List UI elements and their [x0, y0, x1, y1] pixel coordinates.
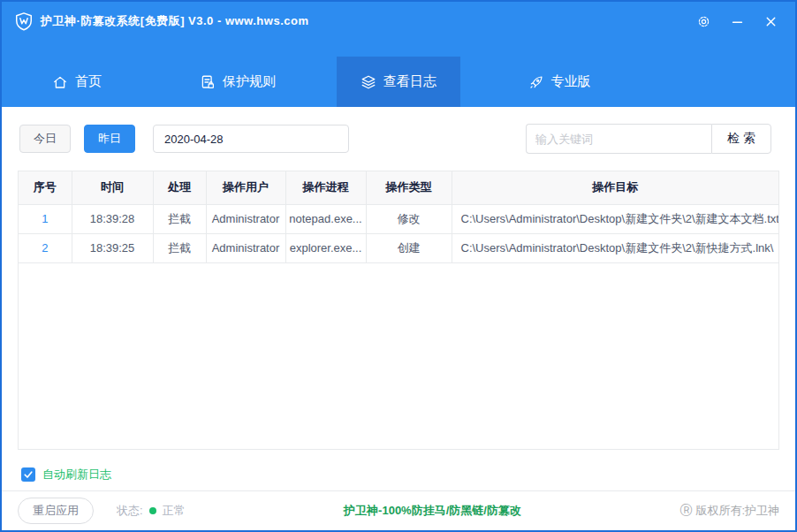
today-button[interactable]: 今日: [19, 125, 71, 153]
cell-type: 修改: [366, 204, 452, 233]
yesterday-button[interactable]: 昨日: [84, 125, 135, 153]
tab-home[interactable]: 首页: [15, 57, 139, 107]
app-window: 护卫神·防篡改系统[免费版] V3.0 - www.hws.com: [0, 0, 797, 532]
col-header-target: 操作目标: [452, 171, 778, 204]
cell-type: 创建: [366, 233, 452, 262]
table-row[interactable]: 1 18:39:28 拦截 Administrator notepad.exe.…: [19, 204, 778, 233]
table-row[interactable]: 2 18:39:25 拦截 Administrator explorer.exe…: [19, 233, 778, 262]
status-bar: 重启应用 状态: 正常 护卫神-100%防挂马/防黑链/防篡改 Ⓡ 版权所有:护…: [2, 490, 795, 530]
status-bar-left: 重启应用 状态: 正常: [18, 498, 186, 524]
search-button[interactable]: 检 索: [711, 124, 771, 154]
titlebar: 护卫神·防篡改系统[免费版] V3.0 - www.hws.com: [2, 2, 795, 41]
content-area: 今日 昨日 检 索 序号 时间 处理 操作用户: [2, 107, 795, 530]
log-table-container: 序号 时间 处理 操作用户 操作进程 操作类型 操作目标 1 18:39:28 …: [18, 171, 779, 450]
close-icon[interactable]: [758, 10, 783, 33]
cell-target: C:\Users\Administrator\Desktop\新建文件夹\2\新…: [452, 204, 778, 233]
cell-action: 拦截: [153, 233, 206, 262]
cell-target: C:\Users\Administrator\Desktop\新建文件夹\2\新…: [452, 233, 778, 262]
logs-layers-icon: [361, 74, 376, 90]
rocket-icon: [528, 74, 544, 90]
copyright-text: 版权所有:护卫神: [695, 503, 779, 519]
col-header-time: 时间: [72, 171, 153, 204]
search-group: 检 索: [526, 124, 771, 154]
filter-toolbar: 今日 昨日 检 索: [19, 125, 778, 153]
cell-process: explorer.exe...: [285, 233, 366, 262]
cell-user: Administrator: [206, 204, 285, 233]
cell-time: 18:39:28: [72, 204, 153, 233]
search-input[interactable]: [526, 124, 711, 154]
col-header-type: 操作类型: [366, 171, 452, 204]
status-dot-icon: [149, 507, 156, 514]
restart-app-button[interactable]: 重启应用: [18, 498, 94, 524]
slogan-text: 护卫神-100%防挂马/防黑链/防篡改: [186, 503, 680, 519]
auto-refresh-row: 自动刷新日志: [21, 467, 795, 483]
tab-label: 查看日志: [383, 73, 436, 90]
col-header-process: 操作进程: [285, 171, 366, 204]
status-label: 状态:: [117, 503, 143, 519]
col-header-action: 处理: [153, 171, 206, 204]
tab-protection-rules[interactable]: 保护规则: [176, 57, 300, 107]
auto-refresh-label[interactable]: 自动刷新日志: [42, 467, 111, 483]
cell-seq: 1: [19, 204, 72, 233]
col-header-user: 操作用户: [206, 171, 285, 204]
window-title: 护卫神·防篡改系统[免费版] V3.0 - www.hws.com: [41, 13, 308, 29]
log-table: 序号 时间 处理 操作用户 操作进程 操作类型 操作目标 1 18:39:28 …: [19, 171, 778, 263]
main-nav: 首页 保护规则: [2, 41, 795, 107]
tab-label: 保护规则: [223, 73, 276, 90]
tab-label: 专业版: [551, 73, 591, 90]
status-value: 正常: [163, 503, 186, 519]
tab-view-logs[interactable]: 查看日志: [337, 57, 460, 107]
cell-user: Administrator: [206, 233, 285, 262]
cell-process: notepad.exe...: [285, 204, 366, 233]
header: 护卫神·防篡改系统[免费版] V3.0 - www.hws.com: [2, 2, 795, 107]
cell-action: 拦截: [153, 204, 206, 233]
status-group: 状态: 正常: [117, 503, 186, 519]
titlebar-controls: [691, 10, 783, 33]
cell-time: 18:39:25: [72, 233, 153, 262]
auto-refresh-checkbox[interactable]: [21, 467, 35, 482]
rules-document-lock-icon: [200, 74, 216, 90]
date-input[interactable]: [153, 125, 349, 153]
tab-label: 首页: [75, 73, 102, 90]
registered-icon: Ⓡ: [679, 503, 692, 519]
cell-seq: 2: [19, 233, 72, 262]
table-header-row: 序号 时间 处理 操作用户 操作进程 操作类型 操作目标: [19, 171, 778, 204]
tab-pro-version[interactable]: 专业版: [497, 57, 621, 107]
shield-logo-icon: [14, 11, 34, 31]
col-header-seq: 序号: [19, 171, 72, 204]
settings-gear-icon[interactable]: [691, 10, 716, 33]
minimize-icon[interactable]: [725, 10, 749, 33]
home-icon: [52, 74, 68, 90]
copyright: Ⓡ 版权所有:护卫神: [679, 503, 779, 519]
check-icon: [23, 469, 34, 480]
